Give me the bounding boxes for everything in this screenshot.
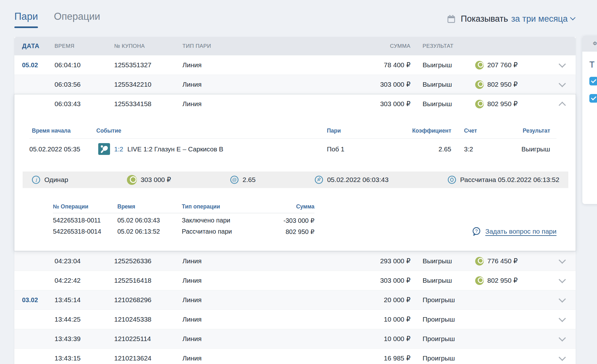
cell-type: Линия (174, 296, 353, 304)
table-row-expanded[interactable]: 06:03:43 1255334158 Линия 303 000 ₽ Выиг… (14, 94, 576, 113)
cell-sum: 20 000 ₽ (353, 296, 410, 304)
coin-icon (475, 100, 484, 108)
ops-header-type: Тип операции (182, 203, 276, 210)
chevron-down-icon[interactable] (558, 276, 566, 283)
operation-row: 542265318-0011 05.02 06:03:43 Заключено … (53, 213, 314, 224)
table-row[interactable]: 04:23:04 1252526336 Линия 293 000 ₽ Выиг… (14, 251, 576, 271)
settled-icon (447, 175, 456, 184)
svg-text:i: i (35, 177, 37, 183)
detail-header-result: Результат (499, 127, 556, 134)
cell-type: Линия (174, 277, 353, 284)
table-row[interactable]: 13:43:39 1210225114 Линия 10 000 ₽ Проиг… (14, 329, 576, 348)
ask-question-link[interactable]: ? Задать вопрос по пари (472, 227, 556, 236)
calendar-icon (447, 15, 456, 24)
cell-time: 06:03:56 (46, 81, 106, 88)
col-header-date: ДАТА (14, 42, 46, 50)
cell-sum: 16 985 ₽ (353, 354, 410, 362)
bet-summary-bar: i Одинар 303 000 ₽ @ 2 (23, 171, 568, 188)
table-row[interactable]: 06:03:56 1255342210 Линия 303 000 ₽ Выиг… (14, 75, 576, 94)
operations-header-row: № Операции Время Тип операции Сумма (53, 203, 314, 213)
cell-win: 207 760 ₽ (475, 61, 549, 69)
info-icon: i (32, 175, 41, 184)
detail-header-start: Время начала (29, 127, 96, 134)
svg-text:?: ? (475, 228, 478, 234)
tab-bets-label: Пари (14, 11, 38, 22)
chevron-down-icon[interactable] (558, 257, 566, 264)
cell-type: Линия (174, 61, 353, 69)
event-score-link[interactable]: 1:2 (114, 145, 123, 153)
table-row[interactable]: 03.02 13:45:14 1210268296 Линия 20 000 ₽… (14, 290, 576, 309)
ops-sum: 802 950 ₽ (276, 228, 314, 236)
cell-sum: 303 000 ₽ (353, 100, 410, 108)
tab-operations[interactable]: Операции (54, 11, 100, 28)
col-header-sum: СУММА (353, 43, 410, 49)
ops-num: 542265318-0014 (53, 228, 117, 236)
expanded-bet-card: 06:03:43 1255334158 Линия 303 000 ₽ Выиг… (14, 94, 576, 251)
table-row[interactable]: 13:44:25 1210245338 Линия 10 000 ₽ Проиг… (14, 309, 576, 329)
cell-time: 13:44:25 (46, 316, 106, 323)
table-row[interactable]: 13:43:15 1210213624 Линия 16 985 ₽ Проиг… (14, 348, 576, 364)
detail-header-bet: Пари (327, 127, 407, 134)
cell-type: Линия (174, 257, 353, 265)
ops-header-sum: Сумма (276, 203, 314, 210)
cell-coupon: 1255351327 (106, 61, 174, 69)
cell-type: Линия (174, 316, 353, 323)
detail-score: 3:2 (451, 145, 499, 153)
cell-coupon: 1210225114 (106, 335, 174, 343)
coin-icon (475, 257, 484, 266)
chevron-down-icon[interactable] (558, 334, 566, 342)
period-filter[interactable]: Показывать за три месяца (447, 14, 575, 24)
chevron-down-icon[interactable] (558, 295, 566, 303)
cell-type: Линия (174, 81, 353, 88)
cell-date: 03.02 (14, 296, 46, 304)
cell-coupon: 1252526336 (106, 257, 174, 265)
cell-result: Выигрыш (410, 100, 475, 108)
table-row[interactable]: 04:22:42 1252516418 Линия 303 000 ₽ Выиг… (14, 271, 576, 290)
cell-sum: 303 000 ₽ (353, 277, 410, 284)
side-panel-header: Ф (582, 36, 597, 52)
detail-header-score: Счет (451, 127, 499, 134)
ask-question-label: Задать вопрос по пари (485, 228, 556, 235)
question-bubble-icon: ? (472, 227, 481, 236)
cell-sum: 303 000 ₽ (353, 81, 410, 88)
cell-coupon: 1210268296 (106, 296, 174, 304)
cell-result: Проигрыш (410, 296, 475, 304)
cell-time: 13:43:39 (46, 335, 106, 343)
chevron-down-icon[interactable] (558, 80, 566, 87)
cell-time: 04:22:42 (46, 277, 106, 284)
chevron-up-icon[interactable] (558, 102, 566, 109)
chevron-down-icon[interactable] (558, 61, 566, 68)
detail-start-time: 05.02.2022 05:35 (29, 145, 96, 153)
chevron-down-icon (570, 15, 576, 20)
cell-time: 13:43:15 (46, 354, 106, 362)
chevron-down-icon[interactable] (558, 315, 566, 322)
cell-result: Выигрыш (410, 257, 475, 265)
checkbox-checked-icon[interactable] (589, 77, 597, 85)
cell-type: Линия (174, 100, 353, 108)
bets-table: ДАТА ВРЕМЯ № КУПОНА ТИП ПАРИ СУММА РЕЗУЛ… (14, 37, 576, 364)
coin-icon (475, 61, 484, 69)
table-row[interactable]: 05.02 06:04:10 1255351327 Линия 78 400 ₽… (14, 55, 576, 75)
detail-data-row: 05.02.2022 05:35 1:2 LIVE 1:2 Глазун Е –… (29, 143, 556, 155)
summary-stake: 303 000 ₽ (127, 175, 171, 185)
cell-coupon: 1255342210 (106, 81, 174, 88)
detail-coef: 2.65 (407, 145, 451, 153)
pin-icon (314, 175, 323, 184)
summary-placed-time: 05.02.2022 06:03:43 (314, 175, 389, 184)
cell-coupon: 1252516418 (106, 277, 174, 284)
col-header-time: ВРЕМЯ (46, 43, 106, 49)
ops-type: Рассчитано пари (182, 228, 276, 236)
cell-type: Линия (174, 354, 353, 362)
tab-bets[interactable]: Пари (14, 11, 38, 28)
chevron-down-icon[interactable] (558, 354, 566, 361)
cell-result: Выигрыш (410, 277, 475, 284)
cell-sum: 293 000 ₽ (353, 257, 410, 265)
checkbox-checked-icon[interactable] (589, 94, 597, 103)
summary-coef: @ 2.65 (230, 175, 256, 184)
ops-num: 542265318-0011 (53, 217, 117, 224)
cell-sum: 78 400 ₽ (353, 61, 410, 69)
filter-value[interactable]: за три месяца (511, 14, 568, 24)
cell-type: Линия (174, 335, 353, 343)
cell-coupon: 1255334158 (106, 100, 174, 108)
ops-sum: -303 000 ₽ (276, 217, 314, 224)
